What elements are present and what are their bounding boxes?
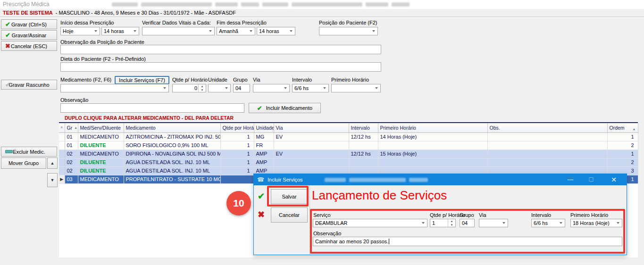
col-header-qtde[interactable]: Qtde por Horário [220, 123, 254, 132]
close-icon[interactable]: ✕ [607, 174, 621, 185]
grupo-input[interactable]: 04 [233, 84, 250, 92]
table-row[interactable]: 02MEDICAMENTODIPIRONA - NOVALGINA SOL IN… [59, 149, 638, 158]
obs-posicao-label: Observação da Posição do Paciente [60, 39, 144, 45]
cell-tipo: MEDICAMENTO [78, 175, 124, 183]
dlg-qtde-stepper[interactable]: 1 ▲▼ [430, 219, 456, 227]
col-header-via[interactable]: Via [274, 123, 349, 132]
qtde-label: Qtde p/ Horário [172, 77, 208, 83]
cancel-button[interactable]: ✖ Cancelar (ESC) [1, 41, 57, 51]
row-indicator [59, 158, 65, 166]
obs-posicao-input[interactable] [60, 45, 381, 54]
cell-med: DIPIRONA - NOVALGINA SOL INJ 500 MG/ML 2 [124, 149, 220, 158]
fim-time-combo[interactable]: 14 horas [257, 27, 295, 35]
save-sign-button-label: Gravar/Assinar [12, 33, 46, 38]
check-icon: ✔ [5, 21, 10, 27]
intervalo-label: Intervalo [292, 77, 312, 83]
stepper-arrows-icon[interactable]: ▲▼ [198, 84, 206, 92]
dialog-titlebar[interactable]: ☎ Incluir Serviços — ☐ ✕ [254, 174, 627, 185]
app-window: Prescrição Médica TESTE DE SISTEMA - MAS… [0, 0, 644, 265]
col-header-primeiro[interactable]: Primeiro Horário [378, 123, 487, 132]
col-header-unidade[interactable]: Unidade [254, 123, 274, 132]
stepper-arrows-icon[interactable]: ▲▼ [448, 219, 455, 227]
observacao-input[interactable] [60, 103, 244, 113]
save-sign-button[interactable]: ✔ Gravar/Assinar [1, 30, 57, 40]
incluir-medicamento-label: Incluir Medicamento [266, 105, 312, 111]
cell-gr: 03 [65, 175, 78, 183]
cell-med: AGUA DESTILADA SOL. INJ. 10 ML [124, 166, 220, 175]
redacted-text [112, 2, 413, 7]
grid-header-row[interactable]: ✳ Gr▲ Med/Serv/Diluente Medicamento Qtde… [59, 123, 638, 132]
move-group-button[interactable]: Mover Grupo [1, 157, 46, 169]
dialog-icon: ☎ [257, 176, 264, 183]
intervalo-combo[interactable]: 6/6 hs [292, 84, 329, 92]
grupo-label: Grupo [233, 77, 248, 83]
via-combo[interactable] [253, 84, 290, 92]
dlg-intervalo-combo[interactable]: 6/6 hs [531, 219, 565, 227]
inicio-time-combo[interactable]: 14 horas [101, 27, 139, 35]
dialog-cancel-label: Cancelar [279, 212, 300, 218]
cell-ordem: 1 [607, 132, 638, 141]
cell-via: EV [274, 132, 349, 141]
table-row[interactable]: 01DILUENTESORO FISIOLOGICO 0,9% 100 ML1F… [59, 141, 638, 149]
minimize-icon[interactable]: — [563, 174, 577, 185]
step-badge: 10 [226, 191, 251, 215]
save-draft-button[interactable]: ✔ Gravar Rascunho [1, 80, 57, 90]
dlg-observacao-input[interactable]: Caminhar ao menos 20 passos. [313, 237, 622, 246]
table-row[interactable]: 01MEDICAMENTOAZITROMICINA - ZITROMAX PO … [59, 132, 638, 141]
posicao-label: Posição do Paciente (F2) [319, 20, 377, 25]
posicao-combo[interactable] [319, 27, 378, 35]
cell-intervalo [349, 141, 378, 149]
dlg-observacao-label: Observação [313, 231, 341, 236]
grid-caption: DUPLO CLIQUE PARA ALTERAR MEDICAMENTO - … [65, 115, 234, 121]
servico-combo[interactable]: DEAMBULAR [313, 219, 427, 227]
cell-med: SORO FISIOLOGICO 0,9% 100 ML [124, 141, 220, 149]
row-indicator [59, 149, 65, 158]
cell-med: AGUA DESTILADA SOL. INJ. 10 ML [124, 158, 220, 166]
grid-corner-icon: ✳ [59, 123, 65, 132]
maximize-icon[interactable]: ☐ [584, 174, 598, 185]
vitais-combo[interactable] [142, 27, 215, 35]
qtde-stepper[interactable]: 0 ▲▼ [172, 84, 206, 92]
incluir-medicamento-button[interactable]: ✔ Incluir Medicamento [249, 103, 321, 113]
delete-medication-button[interactable]: Excluir Medic. [1, 147, 57, 157]
arrow-up-icon: ▲ [50, 161, 55, 166]
dlg-primeiro-combo[interactable]: 18 Horas (Hoje) [570, 219, 622, 227]
vitais-label: Verificar Dados Vitais a Cada: [142, 20, 211, 25]
dialog-save-button[interactable]: Salvar [271, 189, 308, 204]
dieta-input[interactable] [60, 62, 381, 72]
primeiro-label: Primeiro Horário [331, 77, 369, 83]
cell-via [274, 158, 349, 166]
servico-label: Serviço [313, 212, 331, 218]
col-header-tipo[interactable]: Med/Serv/Diluente [78, 123, 124, 132]
save-button-label: Gravar (Ctrl+S) [11, 22, 47, 27]
cell-intervalo: 12/12 hs [349, 149, 378, 158]
selected-row-indicator-icon: ▶ [59, 175, 65, 183]
dialog-cancel-button[interactable]: Cancelar [271, 207, 308, 223]
dialog-button-panel: ✔ Salvar ✖ Cancelar [254, 185, 310, 255]
move-up-button[interactable]: ▲ [47, 157, 58, 169]
cell-primeiro: 15 Horas (Hoje) [378, 149, 487, 158]
dialog-heading: Lançamento de Serviços [312, 188, 447, 203]
col-header-obs[interactable]: Obs. [487, 123, 607, 132]
dlg-grupo-input[interactable]: 04 [460, 219, 475, 227]
table-row[interactable]: 02DILUENTEAGUA DESTILADA SOL. INJ. 10 ML… [59, 158, 638, 166]
col-header-ordem[interactable]: Ordem▲ [607, 123, 638, 132]
dlg-via-combo[interactable] [479, 219, 508, 227]
row-indicator [59, 132, 65, 141]
col-header-medicamento[interactable]: Medicamento [124, 123, 220, 132]
fim-day-combo[interactable]: Amanhã [217, 27, 255, 35]
unidade-combo[interactable] [208, 84, 231, 92]
col-header-intervalo[interactable]: Intervalo [349, 123, 378, 132]
incluir-servicos-button[interactable]: Incluir Serviços (F7) [115, 76, 169, 84]
cell-via [274, 141, 349, 149]
save-button[interactable]: ✔ Gravar (Ctrl+S) [1, 19, 57, 29]
dash-icon [5, 150, 13, 153]
cell-gr: 02 [65, 149, 78, 158]
x-icon: ✖ [258, 210, 265, 219]
col-header-gr[interactable]: Gr▲ [65, 123, 78, 132]
primeiro-horario-combo[interactable] [331, 84, 381, 92]
inicio-day-combo[interactable]: Hoje [60, 27, 100, 35]
medicamento-combo[interactable] [60, 84, 169, 92]
move-down-button[interactable]: ▼ [47, 173, 58, 187]
cell-intervalo: 12/12 hs [349, 132, 378, 141]
